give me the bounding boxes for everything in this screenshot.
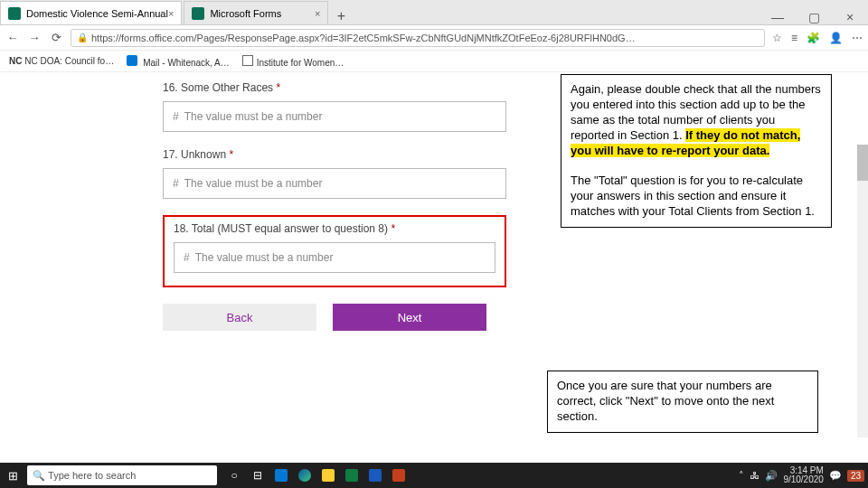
edge-icon[interactable] [294, 465, 316, 485]
page-content: 16. Some Other Races * # The value must … [0, 72, 868, 463]
lock-icon: 🔒 [77, 33, 88, 42]
placeholder-text: The value must be a number [195, 251, 334, 264]
scrollbar-track[interactable] [857, 145, 868, 437]
instruction-callout-bottom: Once you are sure that your numbers are … [547, 371, 818, 433]
search-icon: 🔍 [33, 470, 45, 482]
placeholder-text: The value must be a number [184, 177, 323, 190]
instruction-callout-top: Again, please double check that all the … [561, 74, 832, 228]
address-bar: ← → ⟳ 🔒 https://forms.office.com/Pages/R… [0, 25, 868, 51]
question-17: 17. Unknown * # The value must be a numb… [163, 148, 506, 199]
slide-number-badge: 23 [847, 470, 864, 482]
outlook-icon [127, 55, 137, 66]
cortana-icon[interactable]: ○ [223, 465, 245, 485]
close-icon[interactable]: × [315, 8, 320, 19]
question-18: 18. Total (MUST equal answer to question… [174, 222, 495, 273]
tray-chevron-icon[interactable]: ˄ [739, 470, 744, 482]
excel-icon[interactable] [341, 465, 363, 485]
favorites-list-icon[interactable]: ≡ [791, 32, 797, 44]
form-nav-buttons: Back Next [163, 304, 506, 331]
required-mark: * [229, 148, 233, 161]
question-label: 17. Unknown * [163, 148, 506, 161]
bookmark-item[interactable]: NC NC DOA: Council fo… [9, 56, 114, 66]
extensions-icon[interactable]: 🧩 [807, 32, 820, 44]
scrollbar-thumb[interactable] [857, 145, 868, 181]
page-icon [242, 55, 253, 66]
tab-title: Domestic Violence Semi-Annual [26, 8, 168, 19]
profile-icon[interactable]: 👤 [829, 32, 843, 44]
browser-tab[interactable]: Microsoft Forms × [184, 1, 328, 24]
volume-icon[interactable]: 🔊 [765, 470, 778, 482]
required-mark: * [276, 81, 280, 94]
window-controls: — ▢ × [760, 10, 868, 24]
required-mark: * [391, 222, 395, 235]
bookmark-item[interactable]: Mail - Whitenack, A… [127, 55, 230, 68]
bookmark-item[interactable]: Institute for Women… [242, 55, 344, 68]
url-text: https://forms.office.com/Pages/ResponseP… [91, 33, 636, 43]
word-icon[interactable] [364, 465, 386, 485]
placeholder-text: The value must be a number [184, 110, 323, 123]
question-label: 18. Total (MUST equal answer to question… [174, 222, 495, 235]
highlighted-question-box: 18. Total (MUST equal answer to question… [163, 215, 506, 287]
notifications-icon[interactable]: 💬 [829, 470, 842, 482]
minimize-button[interactable]: — [760, 10, 796, 24]
number-input[interactable]: # The value must be a number [163, 168, 506, 199]
taskbar-search[interactable]: 🔍 Type here to search [27, 465, 217, 485]
hash-icon: # [184, 251, 190, 264]
tab-title: Microsoft Forms [210, 8, 281, 19]
close-icon[interactable]: × [168, 8, 174, 19]
hash-icon: # [173, 110, 179, 123]
outlook-icon[interactable] [270, 465, 292, 485]
start-button[interactable]: ⊞ [4, 469, 22, 483]
back-icon[interactable]: ← [5, 31, 20, 44]
task-view-icon[interactable]: ⊟ [247, 465, 269, 485]
taskbar-clock[interactable]: 3:14 PM 9/10/2020 [783, 466, 824, 485]
url-input[interactable]: 🔒 https://forms.office.com/Pages/Respons… [71, 29, 765, 47]
windows-taskbar: ⊞ 🔍 Type here to search ○ ⊟ ˄ 🖧 🔊 3:14 P… [0, 463, 868, 488]
forms-icon [192, 7, 204, 20]
question-label: 16. Some Other Races * [163, 81, 506, 94]
more-icon[interactable]: ⋯ [852, 32, 863, 44]
browser-tab-active[interactable]: Domestic Violence Semi-Annual × [0, 1, 182, 24]
bookmarks-bar: NC NC DOA: Council fo… Mail - Whitenack,… [0, 51, 868, 72]
browser-tabstrip: Domestic Violence Semi-Annual × Microsof… [0, 0, 868, 25]
forward-icon[interactable]: → [27, 31, 42, 44]
hash-icon: # [173, 177, 179, 190]
network-icon[interactable]: 🖧 [750, 470, 760, 481]
explorer-icon[interactable] [317, 465, 339, 485]
favorite-icon[interactable]: ☆ [772, 32, 782, 44]
back-button[interactable]: Back [163, 304, 316, 331]
powerpoint-icon[interactable] [388, 465, 410, 485]
forms-icon [8, 7, 21, 20]
next-button[interactable]: Next [333, 304, 486, 331]
maximize-button[interactable]: ▢ [796, 10, 832, 24]
question-16: 16. Some Other Races * # The value must … [163, 81, 506, 132]
refresh-icon[interactable]: ⟳ [49, 31, 63, 44]
number-input[interactable]: # The value must be a number [163, 101, 506, 132]
search-placeholder: Type here to search [48, 470, 136, 481]
number-input[interactable]: # The value must be a number [174, 242, 495, 273]
new-tab-button[interactable]: + [330, 8, 352, 24]
close-window-button[interactable]: × [832, 10, 868, 24]
form-column: 16. Some Other Races * # The value must … [163, 81, 506, 331]
